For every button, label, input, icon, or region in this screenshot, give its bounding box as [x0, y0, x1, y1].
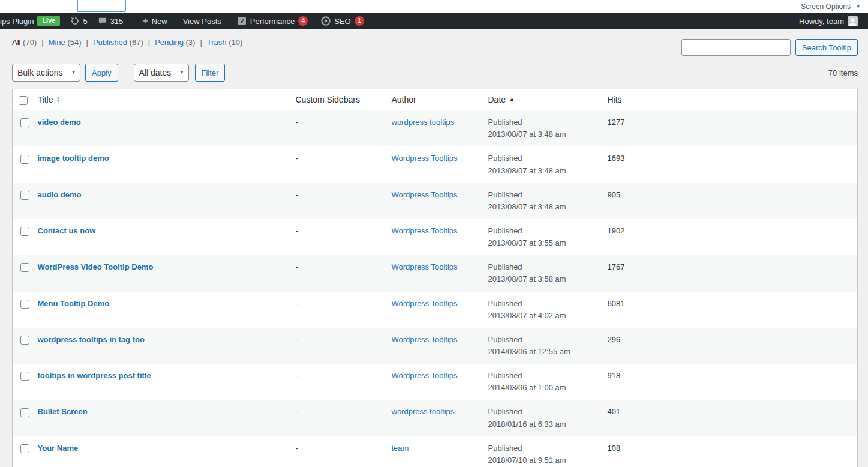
admin-bar-site-name[interactable]: ips Plugin Live: [0, 13, 65, 29]
search-input[interactable]: [681, 39, 791, 56]
select-all-checkbox[interactable]: [19, 96, 28, 105]
table-row: Menu Tooltip Demo - Wordpress Tooltips P…: [13, 292, 858, 328]
admin-bar-performance[interactable]: Performance 4: [232, 13, 313, 29]
view-posts-label: View Posts: [183, 17, 221, 26]
hits-value: 1902: [602, 219, 858, 255]
table-row: Contact us now - Wordpress Tooltips Publ…: [13, 219, 858, 255]
hits-value: 1767: [602, 255, 858, 291]
view-trash-link[interactable]: Trash: [207, 38, 227, 47]
post-title-link[interactable]: video demo: [38, 118, 81, 127]
header-author: Author: [386, 89, 482, 110]
author-link[interactable]: team: [392, 444, 409, 453]
admin-bar-new[interactable]: + New: [137, 13, 172, 29]
post-title-link[interactable]: Menu Tooltip Demo: [38, 299, 110, 308]
author-link[interactable]: Wordpress Tooltips: [392, 371, 458, 380]
apply-button[interactable]: Apply: [85, 64, 118, 82]
admin-bar-comments[interactable]: 315: [93, 13, 129, 29]
updates-count: 5: [83, 17, 87, 26]
custom-sidebars-value: -: [290, 292, 386, 328]
hits-value: 296: [602, 328, 858, 364]
screen-options-toggle[interactable]: Screen Options ▾: [797, 0, 863, 13]
author-link[interactable]: Wordpress Tooltips: [392, 190, 458, 199]
post-title-link[interactable]: image tooltip demo: [38, 154, 109, 163]
row-checkbox[interactable]: [20, 372, 29, 381]
custom-sidebars-value: -: [290, 328, 386, 364]
post-title-link[interactable]: wordpress tooltips in tag too: [38, 335, 145, 344]
admin-bar-view-posts[interactable]: View Posts: [178, 13, 227, 29]
post-title-link[interactable]: tooltips in wordpress post title: [38, 371, 151, 380]
filter-button[interactable]: Filter: [195, 64, 226, 82]
author-link[interactable]: wordpress tooltips: [392, 118, 455, 127]
view-published-link[interactable]: Published: [93, 38, 127, 47]
date-cell: Published 2014/03/06 at 12:55 am: [482, 328, 602, 364]
post-date: 2013/08/07 at 3:48 am: [488, 166, 566, 175]
post-date: 2013/08/07 at 4:02 am: [488, 311, 566, 320]
performance-icon: [237, 16, 247, 26]
author-link[interactable]: Wordpress Tooltips: [392, 154, 458, 163]
view-published-count: (67): [130, 38, 143, 47]
author-link[interactable]: Wordpress Tooltips: [392, 335, 458, 344]
comments-count: 315: [110, 17, 124, 26]
admin-bar-seo[interactable]: SEO 1: [316, 13, 369, 29]
row-checkbox[interactable]: [20, 227, 29, 236]
post-date: 2014/03/06 at 12:55 am: [488, 347, 570, 356]
author-link[interactable]: wordpress tooltips: [392, 407, 455, 416]
view-pending: Pending (3): [155, 38, 195, 47]
post-status: Published: [488, 335, 522, 344]
seo-label: SEO: [334, 17, 350, 26]
row-checkbox[interactable]: [20, 336, 29, 345]
view-pending-link[interactable]: Pending: [155, 38, 184, 47]
post-title-link[interactable]: Your Name: [38, 444, 79, 453]
search-submit-button[interactable]: Search Tooltip: [795, 39, 858, 56]
seo-icon: [321, 16, 331, 26]
update-icon: [71, 17, 79, 25]
author-link[interactable]: Wordpress Tooltips: [392, 226, 458, 235]
post-title-link[interactable]: Contact us now: [38, 226, 96, 235]
hits-value: 6081: [602, 292, 858, 328]
custom-sidebars-value: -: [290, 255, 386, 291]
comments-icon: [98, 17, 107, 25]
plus-icon: +: [142, 16, 148, 26]
search-box: Search Tooltip: [681, 39, 858, 56]
hits-value: 1277: [602, 110, 858, 147]
focused-tab-outline[interactable]: [77, 0, 126, 12]
post-title-link[interactable]: WordPress Video Tooltip Demo: [38, 262, 154, 271]
row-checkbox[interactable]: [20, 155, 29, 164]
bulk-actions-select-wrap: Bulk actions: [12, 64, 80, 82]
top-strip: Screen Options ▾: [0, 0, 868, 13]
row-checkbox[interactable]: [20, 300, 29, 309]
sorted-asc-icon: ▲: [509, 96, 515, 103]
post-title-link[interactable]: audio demo: [38, 190, 82, 199]
author-link[interactable]: Wordpress Tooltips: [392, 299, 458, 308]
admin-bar-updates[interactable]: 5: [65, 13, 92, 29]
hits-value: 108: [602, 436, 858, 467]
row-checkbox[interactable]: [20, 191, 29, 200]
dates-filter-select[interactable]: All dates: [134, 64, 189, 82]
table-body: video demo - wordpress tooltips Publishe…: [13, 110, 858, 467]
author-link[interactable]: Wordpress Tooltips: [392, 262, 458, 271]
sort-by-date[interactable]: Date ▲: [488, 94, 515, 105]
hits-value: 905: [602, 183, 858, 219]
custom-sidebars-value: -: [290, 110, 386, 147]
table-row: tooltips in wordpress post title - Wordp…: [13, 364, 858, 400]
view-published: Published (67): [93, 38, 143, 47]
date-cell: Published 2014/03/06 at 1:00 am: [482, 364, 602, 400]
row-checkbox[interactable]: [20, 444, 29, 453]
tooltips-list-table: Title ▲▼ Custom Sidebars Author Date ▲ H…: [12, 89, 858, 467]
bulk-actions-select[interactable]: Bulk actions: [12, 64, 80, 82]
sort-by-title[interactable]: Title ▲▼: [38, 94, 61, 105]
row-checkbox[interactable]: [20, 263, 29, 272]
post-status: Published: [488, 190, 522, 199]
admin-bar-account[interactable]: Howdy, team: [794, 13, 863, 29]
view-mine-link[interactable]: Mine: [49, 38, 65, 47]
view-pending-count: (3): [186, 38, 196, 47]
view-all-link[interactable]: All: [12, 38, 20, 47]
avatar: [848, 16, 858, 26]
row-checkbox[interactable]: [20, 118, 29, 127]
live-badge: Live: [37, 16, 60, 26]
row-checkbox[interactable]: [20, 408, 29, 417]
post-title-link[interactable]: Bullet Screen: [38, 407, 88, 416]
header-title-label: Title: [38, 94, 53, 105]
post-date: 2013/08/07 at 3:55 am: [488, 238, 566, 247]
post-date: 2018/07/10 at 9:51 am: [488, 456, 566, 465]
